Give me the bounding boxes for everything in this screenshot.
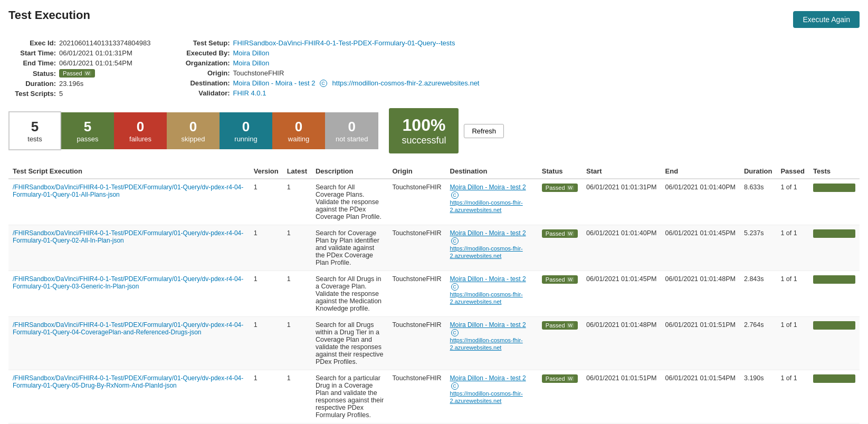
- cell-passed: 1 of 1: [776, 317, 809, 370]
- failures-count: 0: [137, 119, 144, 135]
- cell-latest: 1: [283, 317, 311, 370]
- dest-name-link[interactable]: Moira Dillon - Moira - test 2: [450, 184, 526, 191]
- dest-url-link[interactable]: https://modillon-cosmos-fhir-2.azurewebs…: [450, 390, 523, 404]
- validator-link[interactable]: FHIR 4.0.1: [233, 89, 266, 97]
- dest-url-link[interactable]: https://modillon-cosmos-fhir-2.azurewebs…: [450, 291, 523, 305]
- cell-duration: 8.633s: [740, 179, 776, 225]
- cell-origin: TouchstoneFHIR: [388, 271, 445, 317]
- dest-name-link[interactable]: Moira Dillon - Moira - test 2: [450, 229, 526, 237]
- cell-description: Search for a particular Drug in a Covera…: [311, 370, 388, 423]
- copy-icon[interactable]: C: [451, 237, 459, 245]
- page-title: Test Execution: [8, 8, 90, 22]
- cell-version: 1: [250, 271, 283, 317]
- destination-link[interactable]: Moira Dillon - Moira - test 2: [233, 79, 316, 87]
- script-link[interactable]: /FHIRSandbox/DaVinci/FHIR4-0-1-Test/PDEX…: [13, 374, 243, 389]
- cell-script: /FHIRSandbox/DaVinci/FHIR4-0-1-Test/PDEX…: [8, 225, 250, 271]
- script-link[interactable]: /FHIRSandbox/DaVinci/FHIR4-0-1-Test/PDEX…: [13, 229, 243, 244]
- cell-description: Search for All Drugs in a Coverage Plan.…: [311, 271, 388, 317]
- cell-tests: [809, 271, 860, 317]
- col-latest: Latest: [283, 164, 311, 179]
- cell-passed: 1 of 1: [776, 271, 809, 317]
- dest-name-link[interactable]: Moira Dillon - Moira - test 2: [450, 374, 526, 382]
- cell-version: 1: [250, 225, 283, 271]
- progress-bar: [813, 275, 855, 284]
- col-script: Test Script Execution: [8, 164, 250, 179]
- duration-label: Duration:: [8, 80, 56, 88]
- execute-again-button[interactable]: Execute Again: [793, 11, 860, 28]
- cell-script: /FHIRSandbox/DaVinci/FHIR4-0-1-Test/PDEX…: [8, 271, 250, 317]
- col-duration: Duration: [740, 164, 776, 179]
- organization-link[interactable]: Moira Dillon: [233, 59, 270, 67]
- cell-end: 06/01/2021 01:01:48PM: [661, 271, 740, 317]
- copy-icon[interactable]: C: [451, 191, 459, 199]
- tests-count: 5: [31, 119, 39, 135]
- dest-url-link[interactable]: https://modillon-cosmos-fhir-2.azurewebs…: [450, 245, 523, 259]
- cell-end: 06/01/2021 01:01:51PM: [661, 317, 740, 370]
- cell-tests: [809, 225, 860, 271]
- test-setup-label: Test Setup:: [172, 39, 230, 47]
- cell-origin: TouchstoneFHIR: [388, 370, 445, 423]
- cell-version: 1: [250, 317, 283, 370]
- status-badge: Passed W: [542, 374, 578, 383]
- col-destination: Destination: [446, 164, 538, 179]
- cell-status: Passed W: [538, 370, 582, 423]
- cell-passed: 1 of 1: [776, 225, 809, 271]
- test-scripts-value: 5: [59, 90, 63, 98]
- table-row: /FHIRSandbox/DaVinci/FHIR4-0-1-Test/PDEX…: [8, 225, 860, 271]
- cell-passed: 1 of 1: [776, 179, 809, 225]
- cell-end: 06/01/2021 01:01:54PM: [661, 370, 740, 423]
- dest-name-link[interactable]: Moira Dillon - Moira - test 2: [450, 321, 526, 329]
- dest-url-link[interactable]: https://modillon-cosmos-fhir-2.azurewebs…: [450, 337, 523, 351]
- cell-duration: 2.764s: [740, 317, 776, 370]
- cell-description: Search for Coverage Plan by Plan identif…: [311, 225, 388, 271]
- script-link[interactable]: /FHIRSandbox/DaVinci/FHIR4-0-1-Test/PDEX…: [13, 184, 243, 198]
- script-link[interactable]: /FHIRSandbox/DaVinci/FHIR4-0-1-Test/PDEX…: [13, 321, 243, 336]
- failures-label: failures: [129, 135, 151, 143]
- tests-label: tests: [27, 135, 42, 143]
- test-scripts-label: Test Scripts:: [8, 90, 56, 98]
- copy-icon[interactable]: C: [451, 283, 459, 291]
- w-badge: W: [84, 71, 92, 76]
- cell-destination: Moira Dillon - Moira - test 2 C https://…: [446, 317, 538, 370]
- col-description: Description: [311, 164, 388, 179]
- waiting-label: waiting: [288, 135, 309, 143]
- dest-url-link[interactable]: https://modillon-cosmos-fhir-2.azurewebs…: [450, 199, 523, 213]
- col-start: Start: [582, 164, 661, 179]
- cell-description: Search for all Drugs within a Drug Tier …: [311, 317, 388, 370]
- copy-icon[interactable]: C: [320, 80, 327, 87]
- col-origin: Origin: [388, 164, 445, 179]
- cell-tests: [809, 317, 860, 370]
- passes-count: 5: [84, 119, 91, 135]
- script-link[interactable]: /FHIRSandbox/DaVinci/FHIR4-0-1-Test/PDEX…: [13, 275, 243, 290]
- copy-icon[interactable]: C: [451, 329, 459, 336]
- cell-version: 1: [250, 179, 283, 225]
- cell-origin: TouchstoneFHIR: [388, 179, 445, 225]
- cell-destination: Moira Dillon - Moira - test 2 C https://…: [446, 179, 538, 225]
- organization-label: Organization:: [172, 59, 230, 67]
- cell-status: Passed W: [538, 179, 582, 225]
- running-count: 0: [242, 119, 250, 135]
- destination-url-link[interactable]: https://modillon-cosmos-fhir-2.azurewebs…: [332, 79, 480, 87]
- executed-by-link[interactable]: Moira Dillon: [233, 49, 270, 57]
- duration-value: 23.196s: [59, 80, 83, 88]
- status-label: Status:: [8, 70, 56, 78]
- cell-end: 06/01/2021 01:01:40PM: [661, 179, 740, 225]
- copy-icon[interactable]: C: [451, 382, 459, 390]
- dest-name-link[interactable]: Moira Dillon - Moira - test 2: [450, 275, 526, 283]
- status-badge: Passed W: [59, 69, 95, 78]
- cell-script: /FHIRSandbox/DaVinci/FHIR4-0-1-Test/PDEX…: [8, 179, 250, 225]
- cell-tests: [809, 370, 860, 423]
- refresh-button[interactable]: Refresh: [464, 124, 504, 138]
- cell-start: 06/01/2021 01:01:40PM: [582, 225, 661, 271]
- cell-tests: [809, 179, 860, 225]
- cell-destination: Moira Dillon - Moira - test 2 C https://…: [446, 370, 538, 423]
- cell-destination: Moira Dillon - Moira - test 2 C https://…: [446, 271, 538, 317]
- skipped-label: skipped: [182, 135, 205, 143]
- cell-script: /FHIRSandbox/DaVinci/FHIR4-0-1-Test/PDEX…: [8, 370, 250, 423]
- cell-end: 06/01/2021 01:01:45PM: [661, 225, 740, 271]
- test-setup-link[interactable]: FHIRSandbox-DaVinci-FHIR4-0-1-Test-PDEX-…: [233, 39, 455, 47]
- cell-passed: 1 of 1: [776, 370, 809, 423]
- progress-bar: [813, 374, 855, 383]
- cell-origin: TouchstoneFHIR: [388, 225, 445, 271]
- end-time-label: End Time:: [8, 59, 56, 67]
